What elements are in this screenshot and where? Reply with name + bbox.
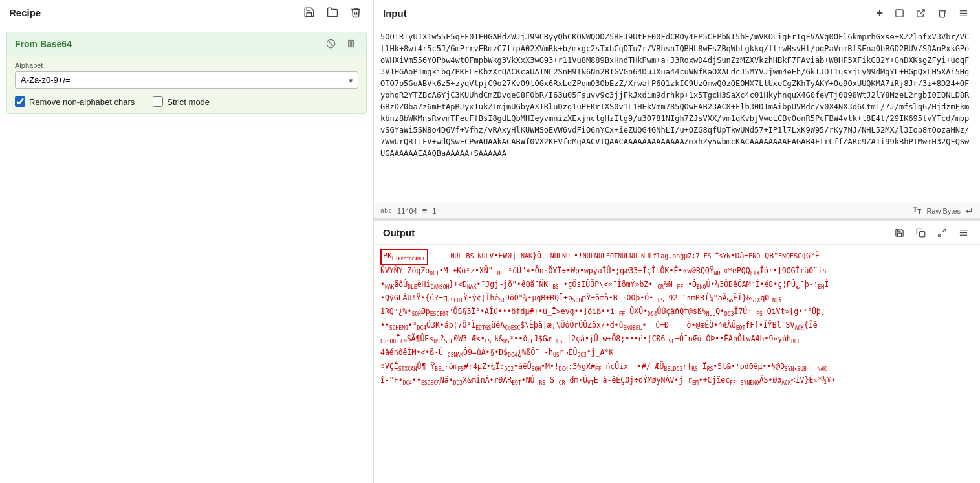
strict-mode-checkbox[interactable] (153, 96, 163, 107)
input-section: Input + (374, 0, 980, 219)
output-header-icons (892, 227, 971, 239)
line-count: 1 (432, 207, 436, 215)
enter-icon: ↵ (966, 206, 974, 216)
svg-rect-3 (352, 41, 354, 47)
input-title: Input (383, 8, 407, 19)
alphabet-select-wrapper: A-Za-z0-9+/= ▾ (15, 71, 358, 89)
pause-ingredient-button[interactable] (343, 38, 358, 50)
input-status-bar: abc 11404 ≡ 1 TT Raw Bytes ↵ (374, 203, 980, 218)
remove-nonalpha-label: Remove non-alphabet chars (29, 97, 135, 107)
ingredient-controls (323, 38, 358, 50)
ingredient-header: From Base64 (7, 32, 366, 55)
svg-line-1 (328, 41, 334, 47)
format-label-icon: TT (913, 205, 921, 216)
save-button[interactable] (301, 5, 318, 19)
svg-rect-9 (920, 231, 925, 236)
output-section: Output (374, 221, 980, 483)
pk-highlight: PKETKEOTOC4NUL (380, 249, 428, 265)
options-row: Remove non-alphabet chars Strict mode (15, 96, 358, 107)
input-menu-button[interactable] (956, 7, 971, 19)
svg-line-10 (943, 229, 946, 232)
save-output-button[interactable] (892, 227, 907, 239)
format-label: Raw Bytes (926, 207, 961, 215)
strict-mode-label: Strict mode (167, 97, 210, 107)
output-header: Output (374, 221, 980, 245)
svg-line-11 (939, 234, 941, 236)
alphabet-label: Alphabet (15, 62, 358, 69)
lines-icon: ≡ (422, 206, 428, 216)
recipe-title: Recipe (9, 7, 41, 18)
ingredient-body: Alphabet A-Za-z0-9+/= ▾ Remove non-alpha… (7, 55, 366, 113)
copy-output-button[interactable] (913, 227, 928, 239)
output-title: Output (383, 227, 415, 238)
right-panel: Input + (374, 0, 980, 483)
output-menu-button[interactable] (956, 227, 971, 239)
input-content[interactable]: 5OOTRTyU1X1w55F5qFF01F0GABdZWJjJ99CByyQh… (374, 27, 980, 203)
add-input-button[interactable]: + (873, 5, 886, 21)
status-right: TT Raw Bytes ↵ (913, 205, 974, 216)
input-header: Input + (374, 0, 980, 27)
output-content[interactable]: PKETKEOTOC4NUL NUL BS NULV•EWØj NAK}Ô NU… (374, 245, 980, 483)
disable-ingredient-button[interactable] (323, 38, 338, 50)
char-count-icon: abc (380, 207, 392, 214)
remove-nonalpha-checkbox[interactable] (15, 96, 25, 107)
new-window-button[interactable] (892, 7, 907, 19)
status-left: abc 11404 ≡ 1 (380, 206, 436, 216)
pop-out-button[interactable] (913, 7, 928, 19)
char-count: 11404 (397, 207, 417, 215)
left-panel: Recipe (0, 0, 374, 483)
input-header-icons: + (873, 5, 971, 21)
svg-rect-4 (896, 10, 903, 17)
delete-recipe-button[interactable] (347, 5, 364, 19)
from-base64-card: From Base64 Alphabet (6, 32, 367, 114)
remove-nonalpha-group: Remove non-alphabet chars (15, 96, 135, 107)
ingredient-title: From Base64 (15, 39, 72, 49)
svg-line-5 (920, 10, 924, 14)
svg-rect-2 (349, 41, 351, 47)
open-folder-button[interactable] (324, 5, 341, 19)
expand-output-button[interactable] (935, 227, 950, 239)
recipe-toolbar (301, 5, 364, 19)
strict-mode-group: Strict mode (153, 96, 210, 107)
recipe-header: Recipe (0, 0, 373, 25)
alphabet-select[interactable]: A-Za-z0-9+/= (15, 71, 358, 89)
input-trash-button[interactable] (935, 7, 950, 19)
